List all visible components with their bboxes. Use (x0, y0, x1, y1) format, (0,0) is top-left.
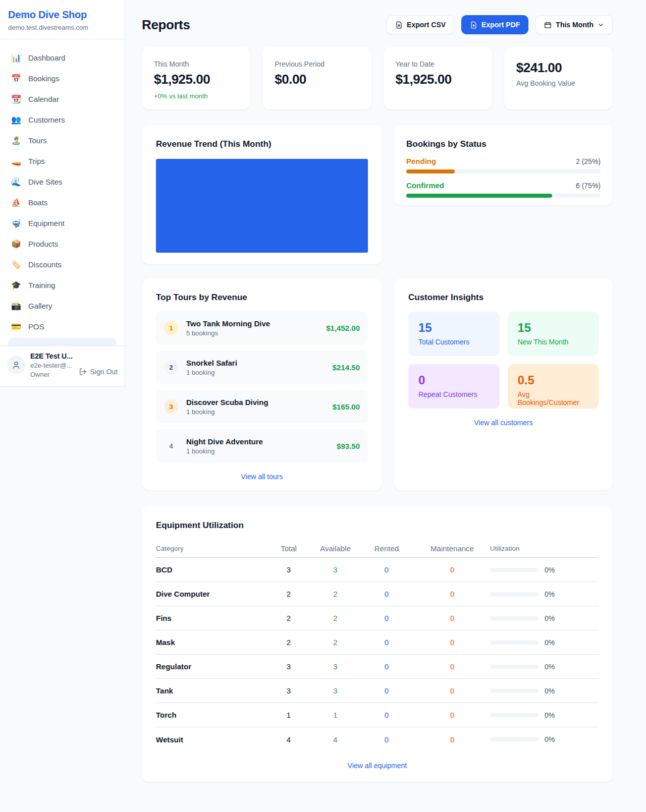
rank-badge: 1 (164, 321, 178, 335)
rank-badge: 4 (164, 439, 178, 453)
sign-out-button[interactable]: Sign Out (79, 365, 118, 378)
utilization-percent: 0% (545, 687, 555, 695)
rank-badge: 2 (164, 360, 178, 374)
stat-value: $241.00 (516, 60, 601, 76)
revenue-trend-title: Revenue Trend (This Month) (156, 139, 368, 149)
sidebar-item-reports-partial[interactable] (8, 338, 117, 345)
credit-card-icon: 💳 (11, 322, 21, 331)
logout-icon (79, 368, 87, 376)
people-icon: 👥 (11, 115, 21, 125)
utilization-bar-track (490, 665, 539, 669)
tour-revenue: $93.50 (337, 442, 360, 450)
insight-tile-total-customers: 15 Total Customers (408, 312, 500, 356)
tour-list-item: 2 Snorkel Safari 1 booking $214.50 (156, 351, 368, 384)
cell-maintenance: 0 (414, 565, 490, 574)
calendar-pad-icon: 📆 (11, 94, 21, 104)
cell-utilization: 0% (490, 711, 599, 719)
cell-maintenance: 0 (414, 735, 490, 744)
view-all-equipment-link[interactable]: View all equipment (156, 762, 599, 770)
tour-name: Discover Scuba Diving (186, 398, 268, 407)
sidebar-item-tours[interactable]: 🏝️ Tours (4, 130, 121, 151)
sidebar-item-label: Bookings (28, 74, 60, 83)
tour-revenue: $214.50 (333, 363, 360, 372)
person-icon (11, 360, 21, 370)
stat-label: This Month (154, 60, 238, 68)
tour-revenue: $1,452.00 (326, 324, 360, 332)
sidebar-item-label: Customers (28, 115, 65, 124)
stat-value: $1,925.00 (154, 72, 238, 87)
sidebar-item-pos[interactable]: 💳 POS (4, 316, 121, 337)
status-count: 2 (25%) (576, 157, 601, 165)
sidebar-item-products[interactable]: 📦 Products (4, 234, 121, 254)
status-bar-track (406, 194, 601, 198)
calendar-icon (544, 21, 552, 29)
sidebar-item-label: Dashboard (28, 53, 65, 62)
sidebar-item-dive-sites[interactable]: 🌊 Dive Sites (4, 171, 121, 192)
view-all-customers-link[interactable]: View all customers (408, 419, 599, 427)
utilization-bar-track (490, 713, 539, 717)
sidebar-item-training[interactable]: 🎓 Training (4, 275, 121, 296)
camera-icon: 📸 (11, 301, 21, 311)
sidebar-item-trips[interactable]: 🚤 Trips (4, 151, 121, 171)
cell-rented: 0 (359, 638, 414, 647)
period-dropdown[interactable]: This Month (535, 15, 613, 34)
sidebar-item-customers[interactable]: 👥 Customers (4, 109, 121, 130)
tour-name: Night Dive Adventure (186, 437, 263, 446)
speedboat-icon: 🚤 (11, 156, 21, 166)
tour-name: Snorkel Safari (186, 359, 237, 367)
export-csv-button[interactable]: Export CSV (387, 15, 454, 34)
cell-available: 4 (312, 735, 359, 744)
sign-out-label: Sign Out (90, 368, 118, 376)
sidebar-item-label: Training (28, 281, 56, 289)
column-header: Category (156, 545, 265, 552)
status-group-pending: Pending 2 (25%) (406, 157, 601, 173)
cell-total: 3 (265, 686, 312, 695)
tile-value: 0.5 (518, 373, 589, 387)
revenue-trend-chart (156, 159, 368, 253)
cell-category: Dive Computer (156, 590, 265, 598)
sidebar-item-calendar[interactable]: 📆 Calendar (4, 89, 121, 109)
status-label: Confirmed (406, 181, 444, 190)
utilization-percent: 0% (545, 566, 555, 574)
stat-card-year-to-date: Year to Date $1,925.00 (384, 47, 492, 109)
sidebar-item-boats[interactable]: ⛵ Boats (4, 192, 121, 213)
wave-icon: 🌊 (11, 177, 21, 187)
view-all-tours-link[interactable]: View all tours (156, 473, 368, 481)
table-row: Regulator 3 3 0 0 0% (156, 655, 599, 679)
cell-rented: 0 (359, 662, 414, 671)
sidebar-item-gallery[interactable]: 📸 Gallery (4, 296, 121, 316)
cell-available: 2 (312, 590, 359, 598)
header-actions: Export CSV Export PDF This Month (387, 15, 613, 34)
column-header: Utilization (490, 545, 599, 552)
revenue-trend-card: Revenue Trend (This Month) (142, 125, 382, 264)
sidebar-item-bookings[interactable]: 📅 Bookings (4, 68, 121, 89)
sidebar-item-dashboard[interactable]: 📊 Dashboard (4, 47, 121, 68)
page-header: Reports Export CSV Export PDF This Month (142, 15, 613, 34)
cell-total: 1 (265, 711, 312, 719)
sidebar-item-discounts[interactable]: 🏷️ Discounts (4, 254, 121, 275)
table-row: Torch 1 1 0 0 0% (156, 703, 599, 727)
user-name: E2E Test U... (30, 352, 74, 360)
stat-label: Avg Booking Value (516, 79, 601, 87)
file-download-icon (395, 21, 403, 29)
table-row: Dive Computer 2 2 0 0 0% (156, 582, 599, 606)
cell-rented: 0 (359, 686, 414, 695)
utilization-bar-track (490, 737, 539, 741)
cell-category: Fins (156, 614, 265, 622)
user-panel: E2E Test U... e2e-tester@... Owner Sign … (0, 345, 125, 386)
status-label: Pending (406, 157, 436, 165)
status-group-confirmed: Confirmed 6 (75%) (406, 181, 601, 198)
cell-utilization: 0% (490, 614, 599, 622)
stat-label: Year to Date (396, 60, 480, 68)
stat-delta: +0% vs last month (154, 92, 238, 100)
column-header: Maintenance (414, 544, 490, 553)
sidebar-item-equipment[interactable]: 🤿 Equipment (4, 213, 121, 234)
export-pdf-button[interactable]: Export PDF (461, 15, 528, 34)
cell-utilization: 0% (490, 687, 599, 695)
shop-name: Demo Dive Shop (8, 9, 117, 21)
sidebar-item-label: Calendar (28, 95, 59, 103)
page-title: Reports (142, 17, 190, 33)
cell-utilization: 0% (490, 663, 599, 671)
utilization-bar-track (490, 689, 539, 693)
cell-available: 3 (312, 662, 359, 671)
